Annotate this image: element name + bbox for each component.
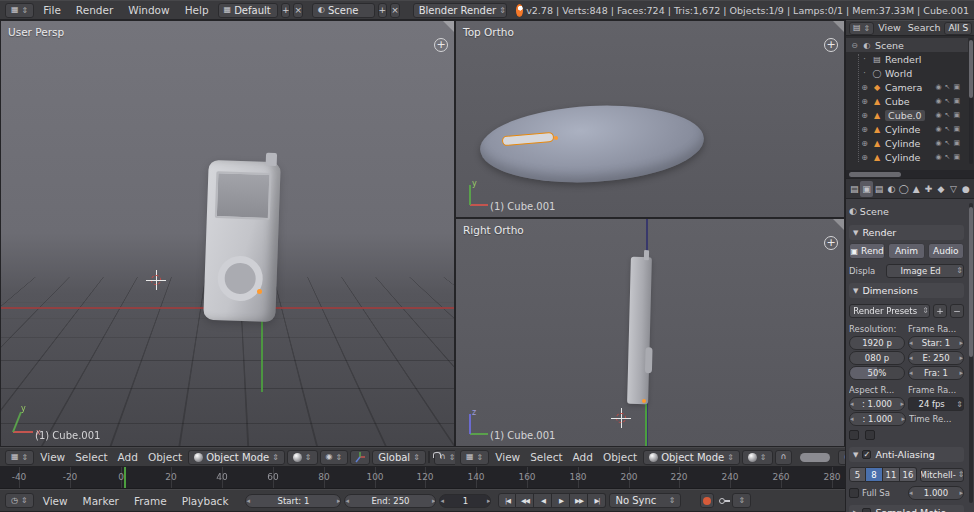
aa-samples-5-button[interactable]: 5	[849, 467, 866, 482]
tab-render[interactable]: ▣	[860, 181, 872, 197]
decrement-icon[interactable]: ◂	[909, 339, 913, 347]
viewport-right-ortho[interactable]: Right Ortho z (1) Cube.001 +	[455, 218, 845, 447]
render-restrict-icon[interactable]: ▣	[953, 153, 960, 161]
show-sidebar-plus-button[interactable]: +	[824, 38, 838, 52]
panel-header-dimensions[interactable]: ▼Dimensions	[849, 283, 964, 298]
render-animation-button[interactable]: Anim	[888, 243, 924, 259]
render-engine-selector[interactable]: Blender Render⇕	[413, 3, 507, 18]
cursor-3d[interactable]	[149, 273, 163, 287]
decrement-icon[interactable]: ◂	[909, 489, 913, 497]
current-frame-field[interactable]: ◂1▸	[439, 494, 491, 508]
crop-checkbox[interactable]	[865, 430, 875, 440]
increment-icon[interactable]: ▸	[432, 497, 436, 505]
menu-select[interactable]: Select	[526, 448, 566, 466]
hide-icon[interactable]: ◉	[935, 139, 941, 147]
viewport-user-persp[interactable]: User Persp x y (1) Cube.001 +	[0, 20, 455, 447]
show-sidebar-plus-button[interactable]: +	[434, 38, 448, 52]
tab-material[interactable]: ●	[960, 181, 972, 197]
area-corner-grip[interactable]	[443, 21, 454, 32]
pivot-point-dropdown[interactable]: ◉⇕	[320, 450, 349, 465]
frame-start-field[interactable]: ◂Start: 1▸	[245, 494, 341, 508]
render-restrict-icon[interactable]: ▣	[953, 111, 960, 119]
tab-scene[interactable]: ◐	[885, 181, 897, 197]
cursor-3d[interactable]	[614, 411, 628, 425]
menu-add[interactable]: Add	[114, 448, 142, 466]
decrement-icon[interactable]: ◂	[440, 497, 444, 505]
editor-type-button[interactable]: ▦⇕	[5, 3, 34, 18]
remove-preset-button[interactable]: −	[950, 304, 964, 318]
increment-icon[interactable]: ▸	[959, 339, 963, 347]
aa-samples-16-button[interactable]: 16	[900, 467, 917, 482]
decrement-icon[interactable]: ◂	[246, 497, 250, 505]
increment-icon[interactable]: ▸	[959, 369, 963, 377]
current-frame-indicator[interactable]	[124, 467, 126, 488]
editor-type-button[interactable]: ◷⇕	[5, 493, 34, 508]
mode-dropdown[interactable]: Object Mode⇕	[188, 450, 285, 465]
frame-rate-dropdown[interactable]: 24 fps⇕	[908, 397, 964, 411]
outliner-item-cylinder-1[interactable]: ⊕ ▲ Cylinde ◉↖▣	[846, 122, 968, 136]
header-scrollbar[interactable]	[800, 453, 830, 462]
menu-window[interactable]: Window	[122, 1, 175, 19]
area-corner-grip[interactable]	[833, 21, 844, 32]
next-keyframe-button[interactable]: ▶▶	[570, 493, 588, 508]
hide-icon[interactable]: ◉	[935, 125, 941, 133]
frame-start-field[interactable]: ◂Star: 1▸	[908, 336, 964, 350]
increment-icon[interactable]: ▸	[900, 400, 904, 408]
tab-object[interactable]: ▲	[910, 181, 922, 197]
menu-file[interactable]: File	[37, 1, 67, 19]
menu-render[interactable]: Render	[70, 1, 119, 19]
previous-keyframe-button[interactable]: ◀◀	[516, 493, 534, 508]
play-button[interactable]: ▶	[552, 493, 570, 508]
selectability-icon[interactable]: ↖	[945, 139, 951, 147]
aa-samples-11-button[interactable]: 11	[883, 467, 900, 482]
render-restrict-icon[interactable]: ▣	[953, 97, 960, 105]
viewport-top-ortho[interactable]: Top Ortho y (1) Cube.001 +	[455, 20, 845, 218]
sync-mode-dropdown[interactable]: No Sync⇕	[609, 493, 681, 508]
outliner-vscrollbar[interactable]	[969, 38, 973, 164]
layers-widget[interactable]	[428, 451, 430, 463]
tab-modifiers[interactable]: ◆	[935, 181, 947, 197]
outliner-item-scene[interactable]: ⊖ ◐ Scene	[846, 38, 968, 52]
full-sample-checkbox[interactable]	[849, 488, 859, 498]
menu-view[interactable]: View	[875, 19, 904, 37]
menu-marker[interactable]: Marker	[77, 492, 125, 510]
aa-filter-dropdown[interactable]: Mitchell-⇕	[920, 468, 964, 482]
render-restrict-icon[interactable]: ▣	[953, 139, 960, 147]
menu-view[interactable]: View	[37, 492, 74, 510]
increment-icon[interactable]: ▸	[487, 497, 491, 505]
jump-to-end-button[interactable]: ▶|	[588, 493, 606, 508]
decrement-icon[interactable]: ◂	[850, 415, 854, 423]
menu-view[interactable]: View	[36, 448, 69, 466]
menu-select[interactable]: Select	[71, 448, 111, 466]
resolution-x-slider[interactable]: 1920 p	[849, 336, 905, 350]
resolution-percentage-slider[interactable]: 50%	[849, 366, 905, 380]
show-sidebar-plus-button[interactable]: +	[824, 236, 838, 250]
editor-type-button[interactable]: ▤⇕	[849, 22, 874, 35]
expand-icon[interactable]: ⊕	[860, 153, 869, 162]
expand-icon[interactable]: ⊕	[860, 83, 869, 92]
mesh-object-ipod[interactable]	[203, 160, 281, 322]
properties-vscrollbar[interactable]	[969, 203, 973, 503]
decrement-icon[interactable]: ◂	[909, 354, 913, 362]
menu-object[interactable]: Object	[599, 448, 641, 466]
increment-icon[interactable]: ▸	[337, 497, 341, 505]
decrement-icon[interactable]: ◂	[850, 400, 854, 408]
viewport-shading-dropdown[interactable]: ⇕	[287, 450, 318, 465]
display-filter-dropdown[interactable]: All S	[944, 22, 972, 35]
render-audio-button[interactable]: Audio	[928, 243, 964, 259]
play-reverse-button[interactable]: ◀	[534, 493, 552, 508]
timeline-ruler[interactable]: -40 -20 0 20 40 60 80 100 120 140 160 18…	[0, 467, 845, 489]
snap-dropdown[interactable]: ∩	[775, 450, 793, 465]
aa-samples-8-button[interactable]: 8	[866, 467, 883, 482]
outliner-item-camera[interactable]: ⊕ ◆ Camera ◉↖▣	[846, 80, 968, 94]
panel-header-anti-aliasing[interactable]: ▼ ✓ Anti-Aliasing	[849, 447, 964, 462]
collapse-icon[interactable]: ⊖	[850, 41, 859, 50]
add-scene-button[interactable]: +	[378, 3, 388, 18]
menu-help[interactable]: Help	[179, 1, 215, 19]
outliner-item-world[interactable]: · ◯ World	[846, 66, 968, 80]
expand-icon[interactable]: ⊕	[860, 111, 869, 120]
anti-aliasing-checkbox[interactable]: ✓	[862, 450, 871, 459]
hide-icon[interactable]: ◉	[935, 111, 941, 119]
selectability-icon[interactable]: ↖	[945, 153, 951, 161]
increment-icon[interactable]: ▸	[959, 489, 963, 497]
